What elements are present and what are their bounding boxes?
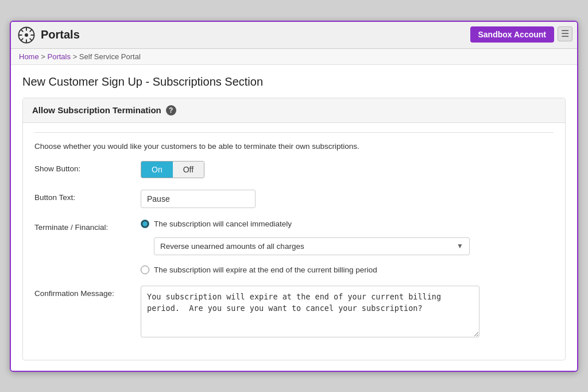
app-title: Portals — [41, 28, 80, 41]
terminate-row: Terminate / Financial: The subscription … — [34, 220, 554, 274]
svg-point-1 — [25, 33, 28, 37]
page-title: New Customer Sign Up - Subscriptions Sec… — [22, 75, 566, 89]
section-header: Allow Subscription Termination ? — [23, 98, 565, 123]
title-bar: Portals Sandbox Account ☰ — [11, 22, 577, 49]
chevron-down-icon: ▼ — [457, 242, 463, 250]
window-close-button[interactable]: ☰ — [558, 26, 572, 41]
svg-line-8 — [30, 29, 32, 32]
divider — [34, 132, 554, 133]
radio-expire-option: The subscription will expire at the end … — [141, 266, 554, 274]
help-icon[interactable]: ? — [166, 105, 176, 116]
show-button-label: Show Button: — [34, 161, 141, 173]
sandbox-badge: Sandbox Account — [470, 26, 555, 43]
terminate-control: The subscription will cancel immediately… — [141, 220, 554, 274]
toggle-group: On Off — [141, 161, 204, 178]
svg-line-6 — [21, 29, 23, 32]
description-text: Choose whether you would like your custo… — [34, 142, 554, 151]
button-text-input[interactable] — [141, 190, 256, 208]
app-logo — [18, 26, 35, 44]
radio-group: The subscription will cancel immediately… — [141, 220, 554, 274]
section-body: Choose whether you would like your custo… — [23, 123, 565, 360]
breadcrumb-sep2: > — [73, 52, 79, 61]
page-content: New Customer Sign Up - Subscriptions Sec… — [11, 65, 577, 371]
toggle-on-button[interactable]: On — [141, 162, 173, 178]
toggle-off-button[interactable]: Off — [173, 162, 204, 178]
radio-immediate-input[interactable] — [141, 220, 149, 228]
confirmation-label: Confirmation Message: — [34, 286, 141, 298]
breadcrumb-home[interactable]: Home — [19, 52, 39, 61]
radio-expire-input[interactable] — [141, 266, 149, 274]
confirmation-textarea[interactable]: You subscription will expire at the end … — [141, 286, 479, 337]
breadcrumb-current: Self Service Portal — [79, 52, 141, 61]
section-card: Allow Subscription Termination ? Choose … — [22, 98, 566, 360]
button-text-label: Button Text: — [34, 190, 141, 202]
confirmation-control: You subscription will expire at the end … — [141, 286, 554, 339]
section-header-label: Allow Subscription Termination — [32, 105, 161, 115]
show-button-row: Show Button: On Off — [34, 161, 554, 178]
radio-immediate-option: The subscription will cancel immediately — [141, 220, 554, 228]
breadcrumb: Home > Portals > Self Service Portal — [11, 49, 577, 65]
button-text-control — [141, 190, 554, 208]
reverse-dropdown[interactable]: Reverse unearned amounts of all charges … — [154, 237, 470, 255]
breadcrumb-sep1: > — [41, 52, 47, 61]
svg-line-7 — [30, 38, 32, 40]
radio-expire-label: The subscription will expire at the end … — [154, 266, 377, 274]
confirmation-row: Confirmation Message: You subscription w… — [34, 286, 554, 339]
terminate-label: Terminate / Financial: — [34, 220, 141, 232]
dropdown-value: Reverse unearned amounts of all charges — [160, 242, 304, 251]
radio-immediate-label: The subscription will cancel immediately — [154, 220, 292, 228]
main-window: Portals Sandbox Account ☰ Home > Portals… — [10, 21, 578, 372]
show-button-control: On Off — [141, 161, 554, 178]
button-text-row: Button Text: — [34, 190, 554, 208]
breadcrumb-portals[interactable]: Portals — [48, 52, 71, 61]
svg-line-9 — [21, 38, 23, 40]
